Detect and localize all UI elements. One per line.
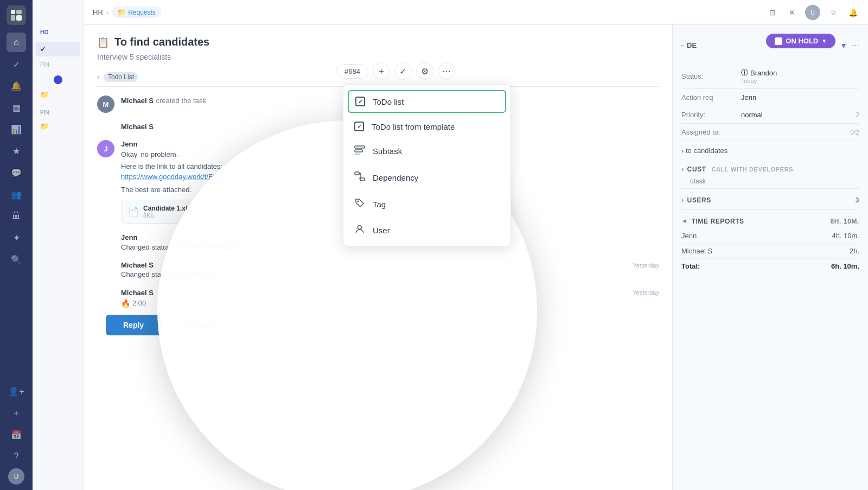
subtask-icon [354, 144, 365, 158]
close-icon[interactable]: ✕ [786, 6, 799, 19]
project-sidebar: HO ✓ PIN 📁 PIN 📁 [33, 0, 84, 490]
priority-row: Priority: normal 2 [681, 106, 859, 124]
status-color-square [775, 37, 782, 45]
svg-rect-1 [16, 10, 22, 14]
breadcrumb-current[interactable]: 📁 Requests [112, 7, 161, 18]
sidebar-building[interactable]: 🏛 [7, 206, 26, 226]
time-entry-michael: Michael S 2h. [681, 244, 859, 259]
task-mini-sub: otask [681, 176, 859, 186]
assigned-row: Assigned to: 0/2 [681, 124, 859, 141]
breadcrumb: HR › 📁 Requests [93, 7, 161, 18]
svg-rect-0 [11, 10, 15, 14]
hr-label: HO [36, 27, 80, 40]
breadcrumb-sep: › [106, 8, 108, 16]
right-panel: › DE ON HOLD ▼ ▼ ⋯ Status: [673, 25, 868, 490]
svg-rect-3 [16, 15, 22, 21]
user-avatar[interactable]: U [8, 468, 24, 485]
tasks-list: › to candidates [681, 141, 859, 160]
nav-icons: ⊡ ✕ U ☆ 🔔 [766, 5, 859, 20]
reply-button[interactable]: Reply [106, 315, 161, 335]
sidebar-add-user[interactable]: 👤+ [7, 381, 26, 401]
sidebar-magic[interactable]: ✦ [7, 228, 26, 247]
svg-rect-7 [355, 172, 359, 175]
comment-author: Michael S [121, 123, 154, 131]
svg-point-9 [358, 201, 359, 202]
sidebar-star[interactable]: ★ [7, 141, 26, 161]
svg-rect-2 [11, 15, 15, 21]
cust-section[interactable]: › CUST call with developers [681, 160, 859, 176]
status-badge[interactable]: ON HOLD ▼ [766, 34, 835, 48]
sidebar-calendar[interactable]: 📅 [7, 425, 26, 444]
menu-item-user[interactable]: User [343, 217, 510, 243]
svg-point-10 [358, 226, 362, 230]
filter-icon[interactable]: ▼ [840, 41, 847, 50]
add-button[interactable]: ＋ [373, 62, 390, 80]
status-row: Status: ⓘ Brandon Today [681, 63, 859, 89]
time-reports-section[interactable]: ▼ TIME REPORTS 6h. 10m. [681, 212, 859, 228]
users-section[interactable]: › USERS 3 [681, 191, 859, 207]
comment-author: Jenn [121, 233, 137, 241]
time-total-row: Total: 6h. 10m. [681, 259, 859, 274]
pin-label-2: PIN [36, 107, 80, 118]
task-subtitle: Interview 5 specialists [97, 53, 659, 61]
check-button[interactable]: ✓ [394, 62, 412, 80]
de-chevron[interactable]: › [679, 44, 686, 47]
sidebar-grid[interactable]: ▦ [7, 98, 26, 117]
avatar: M [97, 96, 114, 113]
right-panel-header: › DE ON HOLD ▼ ▼ ⋯ [681, 34, 859, 57]
app-logo[interactable] [7, 5, 26, 25]
svg-rect-6 [355, 154, 360, 155]
de-label: DE [687, 41, 697, 49]
main-sidebar: ⌂ ✓ 🔔 ▦ 📊 ★ 💬 👥 🏛 ✦ 🔍 👤+ ＋ 📅 ? U [0, 0, 33, 490]
sidebar-chat[interactable]: 💬 [7, 163, 26, 182]
requests-nav[interactable]: ✓ [36, 42, 80, 56]
todo-badge: Todo List [104, 72, 138, 82]
chevron-icon: › [97, 73, 99, 81]
menu-item-dependency[interactable]: Dependency [343, 164, 510, 191]
sidebar-notifications[interactable]: 🔔 [7, 76, 26, 96]
dropdown-arrow-icon: ▼ [821, 38, 827, 44]
sidebar-chart[interactable]: 📊 [7, 119, 26, 139]
task-id: #684 [336, 64, 368, 79]
task-title: 📋 To find candidates [97, 36, 659, 48]
sidebar-home[interactable]: ⌂ [7, 33, 26, 52]
menu-item-todo-list[interactable]: ✓ ToDo list [348, 90, 506, 113]
star-icon[interactable]: ☆ [827, 6, 840, 19]
more-options-icon[interactable]: ⋯ [852, 41, 859, 50]
pinned-item-1[interactable]: PIN [36, 59, 80, 71]
breadcrumb-parent: HR [93, 8, 103, 16]
expand-icon[interactable]: ⊡ [766, 6, 779, 19]
fire-icon: 🔥 [121, 299, 130, 308]
project-dot [54, 75, 62, 84]
file-icon: 📄 [128, 206, 139, 217]
settings-button[interactable]: ⚙ [416, 62, 433, 80]
user-avatar-top[interactable]: U [805, 5, 820, 20]
cust-chevron: › [681, 166, 684, 173]
action-req-row: Action req Jenn [681, 89, 859, 106]
dependency-icon [354, 171, 365, 184]
bell-icon-top[interactable]: 🔔 [846, 6, 859, 19]
user-icon [354, 224, 365, 237]
sidebar-tasks[interactable]: ✓ [7, 54, 26, 74]
sidebar-users[interactable]: 👥 [7, 184, 26, 204]
pinned-folder[interactable]: 📁 [36, 120, 80, 132]
toolbar: #684 ＋ ✓ ⚙ ⋯ [336, 62, 455, 80]
sidebar-plus[interactable]: ＋ [7, 403, 26, 423]
dropdown-menu: ✓ ToDo list ✓ ToDo list from template Su… [343, 84, 511, 247]
menu-item-subtask[interactable]: Subtask [343, 138, 510, 164]
comment-author: Michael S [121, 289, 154, 297]
sidebar-question[interactable]: ? [7, 447, 26, 466]
sidebar-search[interactable]: 🔍 [7, 250, 26, 269]
comment-author: Michael S [121, 97, 154, 105]
folder-item[interactable]: 📁 [36, 88, 80, 101]
time-chevron: ▼ [681, 218, 688, 225]
avatar: J [97, 140, 114, 157]
more-button[interactable]: ⋯ [438, 62, 455, 80]
checkbox-checked-icon: ✓ [355, 97, 365, 106]
svg-rect-5 [355, 150, 362, 152]
time-entry-jenn: Jenn 4h. 10m. [681, 228, 859, 244]
task-mini-1: › to candidates [681, 144, 859, 157]
menu-item-todo-template[interactable]: ✓ ToDo list from template [343, 115, 510, 138]
menu-item-tag[interactable]: Tag [343, 191, 510, 217]
svg-rect-4 [355, 146, 365, 148]
